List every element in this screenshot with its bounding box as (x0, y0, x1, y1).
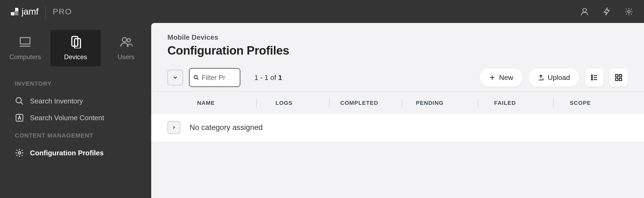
svg-point-5 (122, 38, 127, 42)
toolbar: 1 - 1 of 1 New Upload (151, 65, 644, 92)
sidebar-item-label: Configuration Profiles (30, 149, 104, 157)
upload-button-label: Upload (548, 73, 570, 82)
sidebar-item-configuration-profiles[interactable]: Configuration Profiles (0, 145, 151, 161)
svg-point-9 (18, 152, 21, 154)
upload-icon (538, 74, 544, 81)
svg-point-13 (591, 79, 592, 80)
col-name[interactable]: NAME (167, 100, 257, 106)
nav-tab-devices[interactable]: Devices (50, 30, 101, 66)
svg-point-0 (583, 8, 586, 12)
breadcrumb: Mobile Devices (167, 33, 628, 42)
chevron-right-icon (171, 125, 176, 130)
nav-tabs: Computers Devices Users (0, 23, 151, 74)
svg-point-11 (591, 75, 592, 76)
col-failed[interactable]: FAILED (478, 100, 554, 106)
grid-icon (615, 73, 623, 82)
expand-group-button[interactable] (167, 121, 180, 134)
search-icon (15, 96, 24, 106)
svg-rect-16 (616, 78, 618, 81)
sidebar: Computers Devices Users INVENTORY Search… (0, 23, 151, 198)
filter-input[interactable] (202, 74, 236, 82)
svg-rect-15 (619, 75, 622, 77)
nav-tab-label: Devices (64, 53, 87, 61)
upload-button[interactable]: Upload (528, 68, 579, 87)
search-icon (193, 74, 199, 81)
brand-logo-icon (11, 8, 18, 15)
brand-edition: PRO (53, 7, 72, 16)
collapse-all-button[interactable] (167, 70, 183, 85)
svg-rect-17 (619, 78, 622, 81)
nav-tab-computers[interactable]: Computers (0, 30, 50, 66)
svg-point-7 (16, 98, 21, 103)
filter-field[interactable] (189, 68, 240, 87)
gear-icon[interactable] (625, 7, 633, 16)
result-count: 1 - 1 of 1 (254, 73, 282, 82)
svg-point-1 (628, 10, 630, 13)
nav-tab-users[interactable]: Users (101, 30, 151, 66)
col-logs[interactable]: LOGS (257, 100, 329, 106)
svg-point-6 (127, 39, 130, 42)
sidebar-item-label: Search Volume Content (30, 114, 104, 122)
svg-point-10 (194, 75, 197, 79)
topbar: jamf PRO (0, 0, 644, 23)
sidebar-item-search-inventory[interactable]: Search Inventory (0, 93, 151, 109)
plus-icon (489, 74, 495, 81)
col-scope[interactable]: SCOPE (554, 100, 628, 106)
grid-view-button[interactable] (609, 68, 628, 87)
topbar-actions (580, 7, 633, 16)
nav-tab-label: Computers (9, 53, 41, 61)
table-header: NAME LOGS COMPLETED PENDING FAILED SCOPE (151, 92, 644, 113)
list-icon (590, 73, 598, 82)
brand: jamf PRO (11, 6, 72, 18)
divider (45, 6, 46, 18)
col-completed[interactable]: COMPLETED (329, 100, 402, 106)
svg-rect-2 (20, 38, 30, 44)
nav-tab-label: Users (117, 53, 134, 61)
lightning-icon[interactable] (602, 7, 611, 16)
user-icon[interactable] (580, 7, 589, 16)
group-label: No category assigned (190, 123, 263, 132)
appstore-icon (15, 113, 24, 122)
new-button[interactable]: New (480, 68, 522, 87)
main-header: Mobile Devices Configuration Profiles (151, 23, 644, 65)
chevron-down-icon (172, 75, 178, 80)
sidebar-item-label: Search Inventory (30, 97, 83, 105)
page-title: Configuration Profiles (167, 44, 628, 57)
sidebar-section-inventory: INVENTORY (0, 74, 151, 93)
table-group-row: No category assigned (151, 113, 644, 142)
main: Mobile Devices Configuration Profiles 1 … (151, 23, 644, 198)
sidebar-item-search-volume-content[interactable]: Search Volume Content (0, 109, 151, 126)
brand-name: jamf (22, 6, 38, 17)
sidebar-section-content-mgmt: CONTENT MANAGEMENT (0, 126, 151, 145)
new-button-label: New (499, 73, 513, 82)
col-pending[interactable]: PENDING (402, 100, 478, 106)
list-view-button[interactable] (585, 68, 603, 87)
svg-rect-14 (616, 75, 618, 77)
gear-icon (15, 148, 24, 157)
svg-point-12 (591, 77, 592, 78)
